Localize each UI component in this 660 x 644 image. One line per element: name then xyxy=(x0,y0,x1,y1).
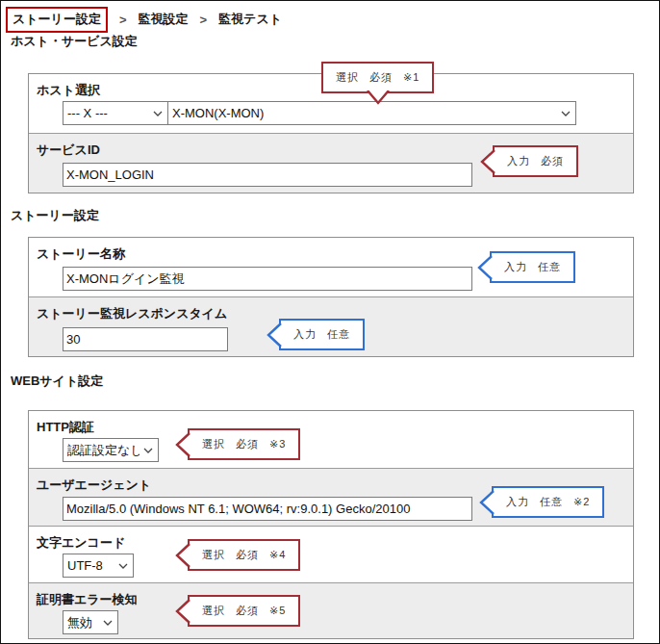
callout-text: 選択 必須 ※1 xyxy=(321,62,434,93)
http-auth-row: HTTP認証 認証設定なし xyxy=(29,411,633,468)
cert-error-select-value: 無効 xyxy=(67,614,92,631)
callout-service-id-required: 入力 必須 xyxy=(480,145,578,177)
story-settings-page: ストーリー設定 > 監視設定 > 監視テスト ホスト・サービス設定 ホスト選択 … xyxy=(0,0,660,644)
section-title-story: ストーリー設定 xyxy=(11,207,99,224)
breadcrumb-item-monitor-test[interactable]: 監視テスト xyxy=(218,11,282,28)
callout-text: 入力 任意 ※2 xyxy=(492,486,604,518)
callout-http-auth-required: 選択 必須 ※3 xyxy=(175,428,300,460)
callout-cert-error-required: 選択 必須 ※5 xyxy=(175,595,300,627)
cert-error-label: 証明書エラー検知 xyxy=(37,591,138,608)
callout-story-name-optional: 入力 任意 xyxy=(477,251,575,283)
breadcrumb-separator: > xyxy=(119,13,127,27)
breadcrumb: ストーリー設定 > 監視設定 > 監視テスト xyxy=(6,8,282,31)
host-group-select[interactable]: --- X --- xyxy=(63,101,168,125)
website-table: HTTP認証 認証設定なし ユーザエージェント 文字エンコード UTF-8 証明… xyxy=(28,410,634,639)
section-title-website: WEBサイト設定 xyxy=(11,373,103,390)
encoding-row: 文字エンコード UTF-8 xyxy=(29,526,633,582)
response-time-label: ストーリー監視レスポンスタイム xyxy=(37,305,227,322)
callout-user-agent-optional: 入力 任意 ※2 xyxy=(479,486,604,518)
cert-error-select[interactable]: 無効 xyxy=(63,610,118,634)
callout-tail-left-icon xyxy=(477,254,493,281)
cert-error-row: 証明書エラー検知 無効 xyxy=(29,582,633,638)
user-agent-label: ユーザエージェント xyxy=(37,477,151,494)
story-name-input[interactable] xyxy=(63,267,472,291)
response-time-input[interactable] xyxy=(63,327,228,351)
callout-host-select-required: 選択 必須 ※1 xyxy=(321,62,434,105)
callout-tail-left-icon xyxy=(175,431,190,458)
chevron-down-icon xyxy=(561,111,571,116)
host-select-value: X-MON(X-MON) xyxy=(172,106,264,120)
service-id-input[interactable] xyxy=(63,163,472,187)
chevron-down-icon xyxy=(118,563,128,569)
host-group-select-value: --- X --- xyxy=(67,106,108,120)
chevron-down-icon xyxy=(143,448,153,453)
encoding-label: 文字エンコード xyxy=(37,534,125,552)
host-select-label: ホスト選択 xyxy=(37,82,100,99)
callout-text: 入力 必須 xyxy=(493,145,578,177)
http-auth-select[interactable]: 認証設定なし xyxy=(63,438,159,462)
encoding-select[interactable]: UTF-8 xyxy=(63,554,134,578)
callout-text: 選択 必須 ※4 xyxy=(188,539,300,571)
callout-tail-down-icon xyxy=(365,90,392,105)
http-auth-label: HTTP認証 xyxy=(37,419,94,436)
callout-tail-left-icon xyxy=(175,598,190,625)
callout-text: 選択 必須 ※3 xyxy=(188,428,300,460)
callout-text: 選択 必須 ※5 xyxy=(188,595,300,627)
user-agent-input[interactable] xyxy=(63,497,472,521)
callout-text: 入力 任意 xyxy=(490,251,575,283)
callout-text: 入力 任意 xyxy=(279,319,365,350)
breadcrumb-separator: > xyxy=(200,13,208,27)
chevron-down-icon xyxy=(153,111,163,116)
callout-tail-left-icon xyxy=(175,542,190,569)
encoding-select-value: UTF-8 xyxy=(67,558,103,573)
breadcrumb-item-story-settings[interactable]: ストーリー設定 xyxy=(6,7,108,33)
breadcrumb-item-monitor-settings[interactable]: 監視設定 xyxy=(139,11,189,28)
service-id-label: サービスID xyxy=(37,142,100,159)
callout-tail-left-icon xyxy=(479,489,495,516)
callout-encoding-required: 選択 必須 ※4 xyxy=(175,539,300,571)
callout-tail-left-icon xyxy=(267,322,282,348)
callout-tail-left-icon xyxy=(480,148,495,175)
http-auth-select-value: 認証設定なし xyxy=(67,442,140,459)
callout-response-time-optional: 入力 任意 xyxy=(267,319,365,350)
chevron-down-icon xyxy=(103,620,113,626)
section-title-host-service: ホスト・サービス設定 xyxy=(11,33,138,50)
story-name-label: ストーリー名称 xyxy=(37,245,125,263)
